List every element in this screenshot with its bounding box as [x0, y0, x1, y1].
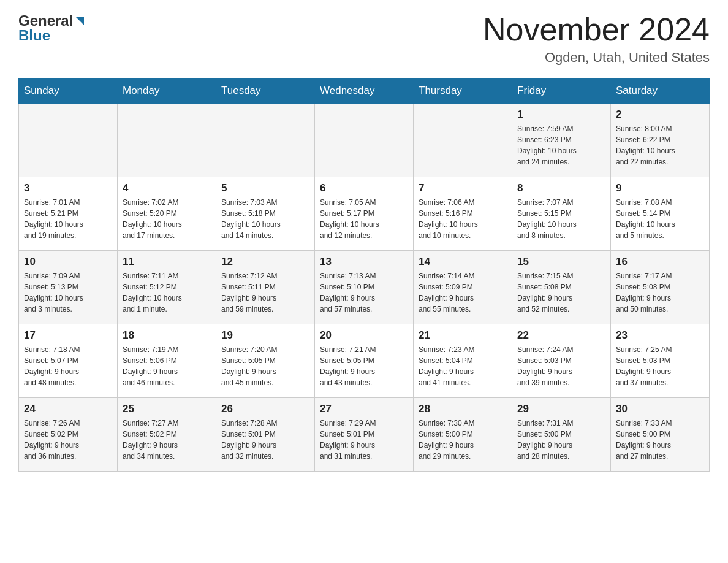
table-row: 21Sunrise: 7:23 AMSunset: 5:04 PMDayligh…	[414, 324, 512, 398]
day-info: Sunrise: 7:15 AMSunset: 5:08 PMDaylight:…	[517, 270, 605, 315]
day-info: Sunrise: 7:20 AMSunset: 5:05 PMDaylight:…	[221, 344, 309, 388]
day-number: 9	[616, 182, 704, 194]
day-number: 27	[320, 403, 408, 415]
day-number: 7	[419, 182, 507, 194]
day-number: 28	[419, 403, 507, 415]
table-row: 16Sunrise: 7:17 AMSunset: 5:08 PMDayligh…	[611, 251, 710, 324]
day-number: 26	[221, 403, 309, 415]
table-row: 1Sunrise: 7:59 AMSunset: 6:23 PMDaylight…	[512, 104, 611, 177]
day-number: 8	[517, 182, 605, 194]
day-number: 12	[221, 256, 309, 268]
day-info: Sunrise: 7:03 AMSunset: 5:18 PMDaylight:…	[221, 197, 309, 241]
table-row: 13Sunrise: 7:13 AMSunset: 5:10 PMDayligh…	[315, 251, 414, 324]
day-number: 24	[24, 403, 112, 415]
table-row: 20Sunrise: 7:21 AMSunset: 5:05 PMDayligh…	[315, 324, 414, 398]
day-info: Sunrise: 7:26 AMSunset: 5:02 PMDaylight:…	[24, 418, 112, 462]
day-info: Sunrise: 7:33 AMSunset: 5:00 PMDaylight:…	[616, 418, 704, 462]
table-row	[118, 104, 216, 177]
day-info: Sunrise: 7:05 AMSunset: 5:17 PMDaylight:…	[320, 197, 408, 241]
col-wednesday: Wednesday	[315, 79, 414, 104]
day-info: Sunrise: 7:59 AMSunset: 6:23 PMDaylight:…	[517, 123, 605, 167]
svg-marker-0	[75, 17, 84, 25]
day-number: 23	[616, 329, 704, 342]
day-number: 10	[24, 256, 112, 268]
calendar-header-row: Sunday Monday Tuesday Wednesday Thursday…	[19, 79, 710, 104]
day-number: 2	[616, 109, 704, 121]
col-monday: Monday	[118, 79, 216, 104]
day-number: 19	[221, 329, 309, 342]
col-saturday: Saturday	[611, 79, 710, 104]
table-row: 28Sunrise: 7:30 AMSunset: 5:00 PMDayligh…	[414, 398, 512, 472]
table-row: 8Sunrise: 7:07 AMSunset: 5:15 PMDaylight…	[512, 177, 611, 251]
col-friday: Friday	[512, 79, 611, 104]
day-info: Sunrise: 7:30 AMSunset: 5:00 PMDaylight:…	[419, 418, 507, 462]
calendar-table: Sunday Monday Tuesday Wednesday Thursday…	[18, 78, 710, 472]
table-row: 17Sunrise: 7:18 AMSunset: 5:07 PMDayligh…	[19, 324, 118, 398]
table-row: 19Sunrise: 7:20 AMSunset: 5:05 PMDayligh…	[216, 324, 315, 398]
day-info: Sunrise: 7:13 AMSunset: 5:10 PMDaylight:…	[320, 270, 408, 315]
table-row: 10Sunrise: 7:09 AMSunset: 5:13 PMDayligh…	[19, 251, 118, 324]
table-row: 2Sunrise: 8:00 AMSunset: 6:22 PMDaylight…	[611, 104, 710, 177]
table-row: 18Sunrise: 7:19 AMSunset: 5:06 PMDayligh…	[118, 324, 216, 398]
table-row: 29Sunrise: 7:31 AMSunset: 5:00 PMDayligh…	[512, 398, 611, 472]
day-info: Sunrise: 7:17 AMSunset: 5:08 PMDaylight:…	[616, 270, 704, 315]
table-row: 22Sunrise: 7:24 AMSunset: 5:03 PMDayligh…	[512, 324, 611, 398]
table-row	[19, 104, 118, 177]
table-row: 6Sunrise: 7:05 AMSunset: 5:17 PMDaylight…	[315, 177, 414, 251]
logo-arrow-icon	[73, 14, 86, 28]
day-info: Sunrise: 7:12 AMSunset: 5:11 PMDaylight:…	[221, 270, 309, 315]
calendar-subtitle: Ogden, Utah, United States	[483, 50, 710, 66]
table-row: 4Sunrise: 7:02 AMSunset: 5:20 PMDaylight…	[118, 177, 216, 251]
day-number: 6	[320, 182, 408, 194]
table-row: 11Sunrise: 7:11 AMSunset: 5:12 PMDayligh…	[118, 251, 216, 324]
table-row	[216, 104, 315, 177]
calendar-title: November 2024	[483, 12, 710, 47]
day-number: 25	[123, 403, 211, 415]
col-thursday: Thursday	[414, 79, 512, 104]
day-info: Sunrise: 7:23 AMSunset: 5:04 PMDaylight:…	[419, 344, 507, 388]
table-row: 9Sunrise: 7:08 AMSunset: 5:14 PMDaylight…	[611, 177, 710, 251]
day-number: 4	[123, 182, 211, 194]
day-info: Sunrise: 7:25 AMSunset: 5:03 PMDaylight:…	[616, 344, 704, 388]
table-row: 7Sunrise: 7:06 AMSunset: 5:16 PMDaylight…	[414, 177, 512, 251]
day-number: 17	[24, 329, 112, 342]
table-row: 25Sunrise: 7:27 AMSunset: 5:02 PMDayligh…	[118, 398, 216, 472]
table-row: 23Sunrise: 7:25 AMSunset: 5:03 PMDayligh…	[611, 324, 710, 398]
table-row: 26Sunrise: 7:28 AMSunset: 5:01 PMDayligh…	[216, 398, 315, 472]
logo-blue-text: Blue	[18, 27, 50, 44]
day-number: 14	[419, 256, 507, 268]
day-info: Sunrise: 7:18 AMSunset: 5:07 PMDaylight:…	[24, 344, 112, 388]
table-row	[315, 104, 414, 177]
table-row	[414, 104, 512, 177]
day-info: Sunrise: 7:27 AMSunset: 5:02 PMDaylight:…	[123, 418, 211, 462]
table-row: 12Sunrise: 7:12 AMSunset: 5:11 PMDayligh…	[216, 251, 315, 324]
day-info: Sunrise: 7:09 AMSunset: 5:13 PMDaylight:…	[24, 270, 112, 315]
day-info: Sunrise: 7:02 AMSunset: 5:20 PMDaylight:…	[123, 197, 211, 241]
table-row: 27Sunrise: 7:29 AMSunset: 5:01 PMDayligh…	[315, 398, 414, 472]
day-info: Sunrise: 7:31 AMSunset: 5:00 PMDaylight:…	[517, 418, 605, 462]
day-number: 22	[517, 329, 605, 342]
logo: General Blue	[18, 12, 86, 44]
page-header: General Blue November 2024 Ogden, Utah, …	[18, 12, 710, 66]
calendar-week-row: 3Sunrise: 7:01 AMSunset: 5:21 PMDaylight…	[19, 177, 710, 251]
day-info: Sunrise: 7:29 AMSunset: 5:01 PMDaylight:…	[320, 418, 408, 462]
col-sunday: Sunday	[19, 79, 118, 104]
table-row: 5Sunrise: 7:03 AMSunset: 5:18 PMDaylight…	[216, 177, 315, 251]
day-info: Sunrise: 7:24 AMSunset: 5:03 PMDaylight:…	[517, 344, 605, 388]
day-info: Sunrise: 7:01 AMSunset: 5:21 PMDaylight:…	[24, 197, 112, 241]
table-row: 3Sunrise: 7:01 AMSunset: 5:21 PMDaylight…	[19, 177, 118, 251]
calendar-week-row: 10Sunrise: 7:09 AMSunset: 5:13 PMDayligh…	[19, 251, 710, 324]
day-number: 29	[517, 403, 605, 415]
day-number: 3	[24, 182, 112, 194]
day-number: 18	[123, 329, 211, 342]
day-info: Sunrise: 7:08 AMSunset: 5:14 PMDaylight:…	[616, 197, 704, 241]
day-info: Sunrise: 7:14 AMSunset: 5:09 PMDaylight:…	[419, 270, 507, 315]
day-number: 11	[123, 256, 211, 268]
table-row: 30Sunrise: 7:33 AMSunset: 5:00 PMDayligh…	[611, 398, 710, 472]
day-info: Sunrise: 7:11 AMSunset: 5:12 PMDaylight:…	[123, 270, 211, 315]
day-number: 5	[221, 182, 309, 194]
calendar-title-block: November 2024 Ogden, Utah, United States	[483, 12, 710, 66]
table-row: 15Sunrise: 7:15 AMSunset: 5:08 PMDayligh…	[512, 251, 611, 324]
day-number: 20	[320, 329, 408, 342]
day-info: Sunrise: 8:00 AMSunset: 6:22 PMDaylight:…	[616, 123, 704, 167]
